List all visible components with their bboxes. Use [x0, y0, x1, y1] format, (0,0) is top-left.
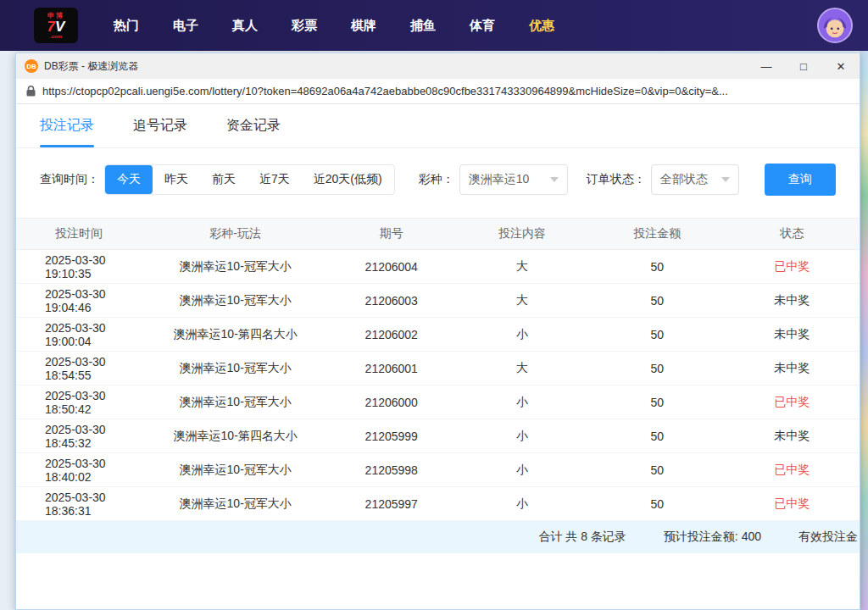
cell-status: 未中奖 [725, 429, 860, 444]
chevron-down-icon [721, 177, 730, 182]
status-select[interactable]: 全部状态 [651, 164, 739, 195]
tab-active[interactable]: 投注记录 [40, 104, 94, 147]
cell-issue-number: 21206001 [328, 362, 454, 375]
table-row: 2025-03-30 19:04:46 澳洲幸运10-冠军大小 21206003… [16, 284, 860, 318]
nav-item[interactable]: 真人 [215, 18, 275, 34]
maximize-button[interactable]: □ [785, 53, 822, 79]
tab-inactive[interactable]: 资金记录 [226, 104, 281, 147]
cell-status: 未中奖 [725, 293, 860, 308]
summary-valid-amount: 有效投注金 [798, 530, 858, 545]
cell-bet-amount: 50 [590, 294, 725, 308]
browser-window: DB DB彩票 - 极速浏览器 — □ ✕ https://ctopcp02pc… [15, 53, 860, 610]
tab-inactive[interactable]: 追号记录 [133, 104, 187, 147]
cell-bet-content: 大 [454, 259, 589, 274]
cell-bet-time: 2025-03-30 18:45:32 [16, 423, 142, 450]
column-header: 状态 [725, 226, 860, 241]
summary-estimated-amount: 预计投注金额: 400 [664, 530, 761, 545]
cell-bet-amount: 50 [590, 362, 725, 375]
cell-lottery-play: 澳洲幸运10-冠军大小 [142, 361, 328, 376]
cell-bet-time: 2025-03-30 18:54:55 [16, 355, 142, 382]
cell-bet-amount: 50 [590, 497, 725, 511]
cell-bet-time: 2025-03-30 18:50:42 [16, 389, 142, 416]
query-button[interactable]: 查询 [765, 164, 836, 196]
cell-bet-time: 2025-03-30 19:04:46 [16, 287, 142, 314]
cell-issue-number: 21205998 [328, 463, 454, 477]
table-row: 2025-03-30 18:40:02 澳洲幸运10-冠军大小 21205998… [16, 453, 860, 487]
cell-bet-content: 小 [454, 463, 589, 478]
chevron-down-icon [550, 177, 559, 182]
column-header: 彩种-玩法 [142, 226, 328, 241]
cell-issue-number: 21206000 [328, 396, 454, 409]
nav-item[interactable]: 电子 [156, 18, 215, 34]
table-row: 2025-03-30 18:54:55 澳洲幸运10-冠军大小 21206001… [16, 352, 860, 385]
desktop-background-strip [860, 0, 868, 610]
cell-lottery-play: 澳洲幸运10-第四名大小 [142, 429, 328, 444]
nav-items: 热门电子真人彩票棋牌捕鱼体育优惠 [97, 18, 571, 34]
cell-bet-time: 2025-03-30 19:10:35 [16, 253, 142, 280]
url-bar[interactable]: https://ctopcp02pcali.uengi5e.com/lotter… [16, 79, 860, 104]
cell-bet-amount: 50 [590, 430, 725, 443]
time-option[interactable]: 今天 [105, 165, 153, 194]
nav-item[interactable]: 热门 [97, 18, 156, 34]
nav-item[interactable]: 体育 [453, 18, 512, 34]
site-navbar: 申博 7V .com 热门电子真人彩票棋牌捕鱼体育优惠 [0, 0, 868, 51]
lottery-select[interactable]: 澳洲幸运10 [459, 164, 568, 195]
cell-lottery-play: 澳洲幸运10-冠军大小 [142, 395, 328, 410]
time-filter-label: 查询时间： [40, 172, 99, 187]
cell-bet-time: 2025-03-30 18:36:31 [16, 491, 142, 518]
status-select-value: 全部状态 [660, 172, 708, 187]
bet-records-table: 投注时间彩种-玩法期号投注内容投注金额状态 2025-03-30 19:10:3… [16, 218, 860, 553]
cell-status: 已中奖 [725, 395, 860, 410]
close-button[interactable]: ✕ [822, 53, 860, 79]
minimize-button[interactable]: — [748, 53, 785, 79]
cell-issue-number: 21206004 [328, 260, 454, 274]
cell-issue-number: 21205997 [328, 497, 454, 511]
cell-bet-content: 大 [454, 361, 589, 376]
cell-issue-number: 21206003 [328, 294, 454, 308]
cell-bet-content: 小 [454, 395, 589, 410]
lottery-select-value: 澳洲幸运10 [469, 172, 530, 187]
lottery-filter-label: 彩种： [419, 172, 454, 187]
cell-status: 未中奖 [725, 327, 860, 342]
cell-bet-content: 小 [454, 429, 589, 444]
avatar-face-icon [819, 9, 851, 42]
cell-lottery-play: 澳洲幸运10-第四名大小 [142, 327, 328, 342]
table-row: 2025-03-30 18:36:31 澳洲幸运10-冠军大小 21205997… [16, 487, 860, 521]
logo-suffix-text: .com [50, 34, 62, 39]
cell-bet-amount: 50 [590, 463, 725, 477]
cell-bet-time: 2025-03-30 18:40:02 [16, 457, 142, 484]
cell-issue-number: 21205999 [328, 430, 454, 443]
nav-item[interactable]: 彩票 [275, 18, 334, 34]
time-option[interactable]: 前天 [200, 165, 248, 194]
column-header: 投注金额 [590, 226, 725, 241]
cell-bet-amount: 50 [590, 328, 725, 341]
window-titlebar[interactable]: DB DB彩票 - 极速浏览器 — □ ✕ [16, 53, 860, 79]
cell-lottery-play: 澳洲幸运10-冠军大小 [142, 293, 328, 308]
site-logo[interactable]: 申博 7V .com [34, 8, 78, 43]
cell-lottery-play: 澳洲幸运10-冠军大小 [142, 259, 328, 274]
time-option[interactable]: 昨天 [153, 165, 200, 194]
cell-status: 已中奖 [725, 463, 860, 478]
time-option[interactable]: 近20天(低频) [302, 165, 394, 194]
cell-bet-amount: 50 [590, 260, 725, 274]
table-header: 投注时间彩种-玩法期号投注内容投注金额状态 [16, 218, 860, 250]
nav-item[interactable]: 捕鱼 [393, 18, 453, 34]
cell-status: 未中奖 [725, 361, 860, 376]
table-row: 2025-03-30 19:00:04 澳洲幸运10-第四名大小 2120600… [16, 318, 860, 352]
cell-lottery-play: 澳洲幸运10-冠军大小 [142, 496, 328, 512]
cell-status: 已中奖 [725, 259, 860, 274]
cell-issue-number: 21206002 [328, 328, 454, 341]
time-option[interactable]: 近7天 [248, 165, 302, 194]
cell-bet-content: 小 [454, 496, 589, 512]
column-header: 投注内容 [454, 226, 589, 241]
url-text: https://ctopcp02pcali.uengi5e.com/lotter… [42, 85, 728, 97]
record-tabs: 投注记录追号记录资金记录 [16, 104, 860, 148]
nav-item[interactable]: 优惠 [512, 18, 571, 34]
user-avatar[interactable] [817, 8, 853, 43]
nav-item[interactable]: 棋牌 [334, 18, 393, 34]
filter-bar: 查询时间： 今天昨天前天近7天近20天(低频) 彩种： 澳洲幸运10 订单状态：… [40, 164, 836, 196]
table-body: 2025-03-30 19:10:35 澳洲幸运10-冠军大小 21206004… [16, 250, 860, 521]
cell-bet-content: 小 [454, 327, 589, 342]
logo-main-text: 7V [47, 19, 65, 34]
summary-total: 合计 共 8 条记录 [538, 530, 626, 545]
